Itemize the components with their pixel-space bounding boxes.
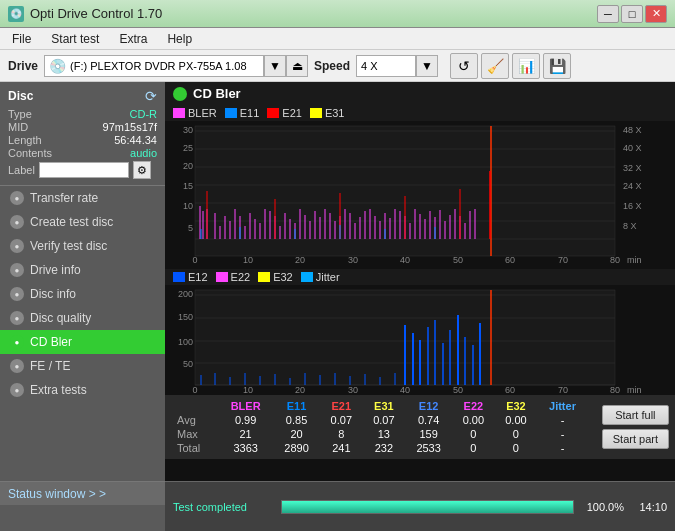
svg-text:60: 60: [505, 385, 515, 395]
title-bar-left: 💿 Opti Drive Control 1.70: [8, 6, 162, 22]
nav-disc-quality-label: Disc quality: [30, 311, 91, 325]
drive-dropdown-btn[interactable]: ▼: [264, 55, 286, 77]
legend-e22-color: [216, 272, 228, 282]
nav-transfer-rate[interactable]: ● Transfer rate: [0, 186, 165, 210]
stats-avg-label: Avg: [173, 413, 218, 427]
speed-dropdown-btn[interactable]: ▼: [416, 55, 438, 77]
minimize-button[interactable]: ─: [597, 5, 619, 23]
stats-max-label: Max: [173, 427, 218, 441]
stats-total-e22: 0: [452, 441, 495, 455]
svg-text:50: 50: [183, 359, 193, 369]
close-button[interactable]: ✕: [645, 5, 667, 23]
disc-mid-value: 97m15s17f: [103, 121, 157, 133]
nav-create-test-disc[interactable]: ● Create test disc: [0, 210, 165, 234]
stats-total-jitter: -: [537, 441, 588, 455]
disc-label-input[interactable]: [39, 162, 129, 178]
disc-mid-label: MID: [8, 121, 28, 133]
nav-extra-tests-icon: ●: [10, 383, 24, 397]
nav-extra-tests[interactable]: ● Extra tests: [0, 378, 165, 402]
menu-start-test[interactable]: Start test: [43, 30, 107, 48]
start-full-button[interactable]: Start full: [602, 405, 669, 425]
disc-type-row: Type CD-R: [8, 108, 157, 120]
svg-text:10: 10: [243, 385, 253, 395]
bottom-chart-svg: 200 150 100 50 0 10 20 30 40 50 60 70 80: [165, 285, 665, 395]
stats-col-e12: E12: [405, 399, 452, 413]
nav-cd-bler-icon: ●: [10, 335, 24, 349]
disc-label-icon-btn[interactable]: ⚙: [133, 161, 151, 179]
svg-text:20: 20: [295, 385, 305, 395]
stats-buttons: Start full Start part: [596, 395, 675, 459]
status-window-button[interactable]: Status window > >: [0, 481, 165, 505]
stats-max-e31: 13: [363, 427, 406, 441]
legend-e32-color: [258, 272, 270, 282]
stats-total-e11: 2890: [273, 441, 320, 455]
app-title: Opti Drive Control 1.70: [30, 6, 162, 21]
svg-text:50: 50: [453, 385, 463, 395]
stats-total-e21: 241: [320, 441, 363, 455]
svg-text:15: 15: [183, 181, 193, 191]
legend-e12-color: [173, 272, 185, 282]
stats-max-e11: 20: [273, 427, 320, 441]
status-window-label: Status window > >: [8, 487, 106, 501]
menu-file[interactable]: File: [4, 30, 39, 48]
progress-fill: [282, 501, 573, 513]
nav-cd-bler[interactable]: ● CD Bler: [0, 330, 165, 354]
nav-disc-info[interactable]: ● Disc info: [0, 282, 165, 306]
legend-bler-color: [173, 108, 185, 118]
svg-text:min: min: [627, 255, 642, 265]
legend-e22: E22: [216, 271, 251, 283]
stats-col-jitter: Jitter: [537, 399, 588, 413]
nav-verify-test-disc[interactable]: ● Verify test disc: [0, 234, 165, 258]
disc-type-label: Type: [8, 108, 32, 120]
nav-drive-info[interactable]: ● Drive info: [0, 258, 165, 282]
nav-disc-quality[interactable]: ● Disc quality: [0, 306, 165, 330]
svg-text:48 X: 48 X: [623, 125, 642, 135]
eject-button[interactable]: ⏏: [286, 55, 308, 77]
nav-create-test-disc-icon: ●: [10, 215, 24, 229]
stats-col-e22: E22: [452, 399, 495, 413]
svg-text:30: 30: [183, 125, 193, 135]
legend-e32-label: E32: [273, 271, 293, 283]
chart-title-row: CD Bler: [165, 82, 675, 105]
info-button[interactable]: 📊: [512, 53, 540, 79]
nav-cd-bler-label: CD Bler: [30, 335, 72, 349]
disc-panel: Disc ⟳ Type CD-R MID 97m15s17f Length 56…: [0, 82, 165, 186]
stats-avg-bler: 0.99: [218, 413, 273, 427]
legend-bler-label: BLER: [188, 107, 217, 119]
nav-fe-te[interactable]: ● FE / TE: [0, 354, 165, 378]
disc-contents-row: Contents audio: [8, 147, 157, 159]
app-icon: 💿: [8, 6, 24, 22]
svg-text:10: 10: [243, 255, 253, 265]
main-layout: Disc ⟳ Type CD-R MID 97m15s17f Length 56…: [0, 82, 675, 503]
disc-length-value: 56:44.34: [114, 134, 157, 146]
stats-total-row: Total 3363 2890 241 232 2533 0 0 -: [173, 441, 588, 455]
legend-e11: E11: [225, 107, 260, 119]
drive-name: (F:) PLEXTOR DVDR PX-755A 1.08: [70, 60, 246, 72]
svg-text:min: min: [627, 385, 642, 395]
top-legend: BLER E11 E21 E31: [165, 105, 675, 121]
refresh-button[interactable]: ↺: [450, 53, 478, 79]
maximize-button[interactable]: □: [621, 5, 643, 23]
menu-extra[interactable]: Extra: [111, 30, 155, 48]
bottom-chart-container: 200 150 100 50 0 10 20 30 40 50 60 70 80: [165, 285, 675, 395]
nav-drive-info-label: Drive info: [30, 263, 81, 277]
stats-avg-row: Avg 0.99 0.85 0.07 0.07 0.74 0.00 0.00 -: [173, 413, 588, 427]
bottom-sidebar: Status window > >: [0, 481, 165, 531]
stats-total-e12: 2533: [405, 441, 452, 455]
save-button[interactable]: 💾: [543, 53, 571, 79]
stats-max-row: Max 21 20 8 13 159 0 0 -: [173, 427, 588, 441]
svg-text:20: 20: [295, 255, 305, 265]
legend-e32: E32: [258, 271, 293, 283]
speed-select[interactable]: 4 X: [356, 55, 416, 77]
drive-select[interactable]: 💿 (F:) PLEXTOR DVDR PX-755A 1.08: [44, 55, 264, 77]
erase-button[interactable]: 🧹: [481, 53, 509, 79]
start-part-button[interactable]: Start part: [602, 429, 669, 449]
svg-text:20: 20: [183, 161, 193, 171]
bottom-bar: Status window > > Test completed 100.0% …: [0, 481, 675, 531]
top-chart-svg: 30 25 20 15 10 5 0 10 20 30 40: [165, 121, 665, 269]
menu-help[interactable]: Help: [159, 30, 200, 48]
disc-arrow[interactable]: ⟳: [145, 88, 157, 104]
svg-text:60: 60: [505, 255, 515, 265]
nav-disc-info-label: Disc info: [30, 287, 76, 301]
nav-verify-test-disc-icon: ●: [10, 239, 24, 253]
